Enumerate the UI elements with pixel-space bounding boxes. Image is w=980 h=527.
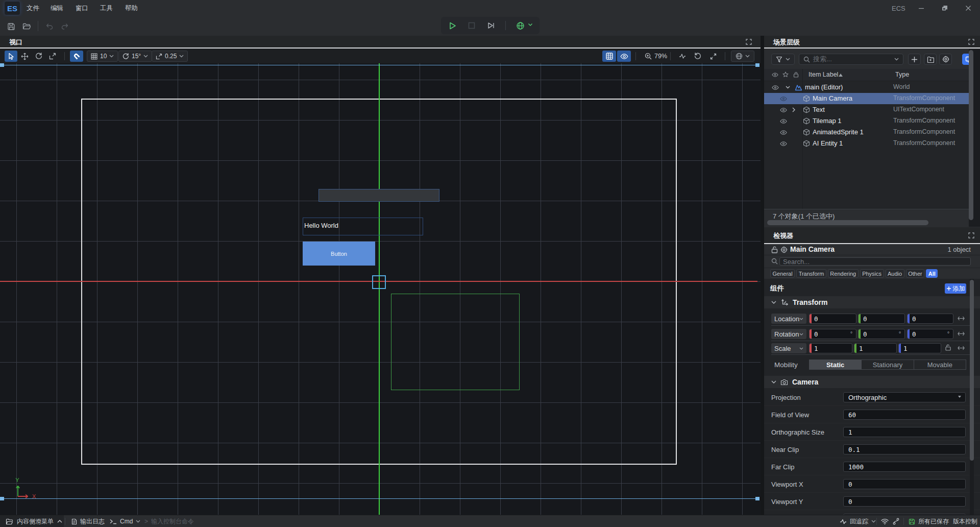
hierarchy-vscrollbar[interactable]: [969, 50, 973, 220]
snap-toggle-button[interactable]: [70, 51, 83, 62]
inspector-search-input[interactable]: Search...: [779, 257, 971, 266]
selection-handle[interactable]: [0, 63, 4, 67]
location-y-field[interactable]: 0: [858, 314, 905, 324]
grid-toggle-button[interactable]: [602, 51, 616, 62]
tab-other[interactable]: Other: [906, 269, 925, 278]
menu-file[interactable]: 文件: [27, 0, 39, 16]
filter-button[interactable]: [771, 54, 795, 65]
scale-snap-dropdown[interactable]: 0.25: [152, 51, 188, 62]
location-dropdown[interactable]: Location: [771, 314, 806, 324]
tree-row-animatedsprite[interactable]: AnimatedSprite 1 TransformComponent: [764, 127, 969, 138]
transform-section-header[interactable]: Transform: [764, 296, 980, 308]
mobility-stationary[interactable]: Stationary: [861, 360, 913, 369]
hierarchy-expand-button[interactable]: [968, 39, 974, 45]
selection-handle[interactable]: [755, 63, 760, 67]
grid-snap-dropdown[interactable]: 10: [87, 51, 118, 62]
console-input[interactable]: > 输入控制台命令: [144, 515, 194, 527]
zoom-control[interactable]: 79%: [645, 51, 667, 62]
content-drawer-button[interactable]: 内容侧滑菜单: [0, 515, 64, 527]
projection-select[interactable]: Orthographic: [843, 392, 966, 402]
world-mode-button[interactable]: [516, 21, 524, 30]
select-tool-button[interactable]: [5, 51, 17, 62]
viewport-x-field[interactable]: 0: [843, 479, 966, 489]
visibility-toggle-button[interactable]: [617, 51, 631, 62]
selection-handle[interactable]: [755, 497, 760, 500]
move-tool-button[interactable]: [18, 51, 31, 62]
network-status[interactable]: [881, 515, 889, 527]
mobility-movable[interactable]: Movable: [914, 360, 966, 369]
app-logo[interactable]: ES: [5, 2, 20, 15]
play-button[interactable]: [448, 21, 456, 30]
camera-gizmo[interactable]: [372, 275, 386, 289]
rotation-x-field[interactable]: 0°: [809, 329, 856, 339]
tab-rendering[interactable]: Rendering: [828, 269, 859, 278]
version-control-button[interactable]: 版本控制: [953, 515, 977, 527]
branch-status[interactable]: [893, 515, 899, 527]
tree-row-tilemap[interactable]: Tilemap 1 TransformComponent: [764, 115, 969, 127]
open-button[interactable]: [22, 22, 31, 31]
fullscreen-button[interactable]: [707, 51, 719, 62]
inspector-vscrollbar[interactable]: [970, 280, 974, 461]
add-entity-button[interactable]: [908, 54, 921, 65]
cmd-selector[interactable]: Cmd: [110, 515, 140, 527]
viewport-y-field[interactable]: 0: [843, 496, 966, 507]
tree-row-world[interactable]: main (Editor) World: [764, 82, 969, 93]
camera-section-header[interactable]: Camera: [764, 376, 980, 388]
scale-tool-button[interactable]: [46, 51, 59, 62]
tab-transform[interactable]: Transform: [796, 269, 826, 278]
location-x-field[interactable]: 0: [809, 314, 856, 324]
hierarchy-search-input[interactable]: 搜索...: [799, 54, 903, 65]
step-button[interactable]: [487, 21, 495, 30]
close-button[interactable]: [960, 0, 977, 16]
scale-y-field[interactable]: 1: [854, 343, 897, 353]
menu-help[interactable]: 帮助: [125, 0, 138, 16]
restore-button[interactable]: [936, 0, 953, 16]
scale-z-field[interactable]: 1: [898, 343, 941, 353]
rotation-snap-dropdown[interactable]: 15°: [118, 51, 152, 62]
rotation-dropdown[interactable]: Rotation: [771, 329, 806, 339]
inspector-expand-button[interactable]: [968, 232, 974, 238]
rotation-z-field[interactable]: 0°: [907, 329, 953, 339]
tree-row-ai-entity[interactable]: AI Entity 1 TransformComponent: [764, 138, 969, 149]
tab-general[interactable]: General: [770, 269, 795, 278]
rotation-y-field[interactable]: 0°: [858, 329, 905, 339]
world-mode-chevron[interactable]: [528, 23, 536, 31]
menu-edit[interactable]: 编辑: [51, 0, 63, 16]
save-button[interactable]: [7, 22, 15, 31]
rotate-tool-button[interactable]: [32, 51, 45, 62]
tab-physics[interactable]: Physics: [860, 269, 884, 278]
add-folder-button[interactable]: [924, 54, 937, 65]
column-type[interactable]: Type: [895, 71, 909, 78]
panel-divider[interactable]: [761, 36, 764, 515]
viewport-world-dropdown[interactable]: [731, 51, 754, 62]
tree-row-text[interactable]: Text UITextComponent: [764, 104, 969, 115]
add-component-button[interactable]: 添加: [945, 283, 966, 294]
reset-view-button[interactable]: [692, 51, 703, 62]
stats-button[interactable]: [677, 51, 688, 62]
tree-row-main-camera[interactable]: Main Camera TransformComponent: [764, 93, 969, 104]
far-clip-field[interactable]: 1000: [843, 462, 966, 472]
hierarchy-hscrollbar[interactable]: [767, 220, 928, 225]
fov-field[interactable]: 60: [843, 410, 966, 420]
tilemap-object[interactable]: [318, 189, 439, 202]
viewport-expand-button[interactable]: [746, 39, 752, 45]
minimize-button[interactable]: [913, 0, 930, 16]
hierarchy-settings-button[interactable]: [939, 54, 952, 65]
menu-tools[interactable]: 工具: [100, 0, 113, 16]
stop-button[interactable]: [468, 21, 476, 30]
button-object[interactable]: Button: [303, 242, 375, 266]
undo-button[interactable]: [45, 22, 54, 31]
selection-handle[interactable]: [0, 497, 4, 500]
scale-dropdown[interactable]: Scale: [771, 343, 806, 353]
column-item-label[interactable]: Item Label: [808, 71, 838, 78]
scene-canvas[interactable]: Hello World Button Y X: [0, 63, 761, 515]
mobility-static[interactable]: Static: [810, 360, 861, 369]
menu-window[interactable]: 窗口: [76, 0, 88, 16]
redo-button[interactable]: [61, 22, 69, 31]
text-object[interactable]: Hello World: [303, 218, 423, 235]
output-log-button[interactable]: 输出日志: [71, 515, 105, 527]
save-status[interactable]: 所有已保存: [909, 515, 949, 527]
near-clip-field[interactable]: 0.1: [843, 444, 966, 454]
tab-all[interactable]: All: [926, 269, 938, 278]
ortho-size-field[interactable]: 1: [843, 427, 966, 437]
